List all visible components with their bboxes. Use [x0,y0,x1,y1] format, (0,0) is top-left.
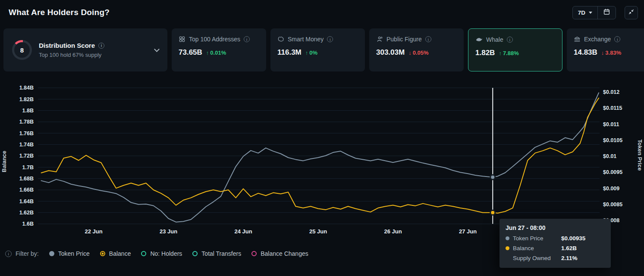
page-title: What Are Holders Doing? [9,8,110,17]
svg-text:1.64B: 1.64B [19,198,34,205]
svg-text:1.72B: 1.72B [19,153,34,159]
svg-text:1.66B: 1.66B [19,187,34,193]
stat-card-public-figure[interactable]: Public Figure 303.03M ↓0.05% [369,28,464,71]
change-arrow-icon: ↓ [408,50,412,56]
balance-changes-dot-icon [251,251,257,256]
svg-text:$0.0105: $0.0105 [603,137,622,143]
stat-value: 1.82B [475,49,495,57]
holder-metric-cards: 8 Distribution Score Top 100 hold 67% su… [3,28,644,71]
chart-tooltip: Jun 27 - 08:00 Token Price $0.00935 Bala… [499,219,611,268]
legend-token-price[interactable]: Token Price [49,250,90,257]
svg-text:1.8B: 1.8B [22,108,34,114]
stat-change: ↓3.83% [601,50,621,56]
svg-text:1.74B: 1.74B [19,142,34,148]
svg-text:22 Jun: 22 Jun [85,228,102,235]
stat-label: Top 100 Addresses [189,36,240,43]
stat-label: Smart Money [288,36,324,43]
range-dropdown-button[interactable]: 7D [573,6,597,19]
date-range-control: 7D [572,6,616,19]
stat-label: Exchange [584,36,611,43]
svg-text:$0.012: $0.012 [603,89,619,95]
distribution-title: Distribution Score [39,42,95,49]
collapse-arrows-icon [628,9,635,17]
legend-total-transfers[interactable]: Total Transfers [192,250,241,257]
svg-text:$0.0115: $0.0115 [603,105,622,111]
filter-label: Filter by: [16,250,39,257]
stat-label: Whale [486,36,503,43]
stat-card-smart-money[interactable]: Smart Money 116.3M ↑0% [270,28,365,71]
tooltip-row: Token Price $0.00935 [506,235,605,242]
distribution-text: Distribution Score Top 100 hold 67% supp… [39,42,155,58]
token-price-dot-icon [49,251,54,256]
holders-dot-icon [141,251,146,256]
svg-text:1.78B: 1.78B [19,119,34,125]
tooltip-row: Balance 1.62B [506,245,605,251]
info-icon[interactable] [425,36,431,42]
balance-dot-icon [506,246,509,250]
change-arrow-icon: ↑ [206,50,209,56]
score-gauge: 8 [12,40,32,60]
svg-text:1.76B: 1.76B [19,130,34,136]
svg-text:1.84B: 1.84B [19,85,34,91]
stat-change: ↑0.01% [206,50,226,56]
info-icon[interactable] [507,37,513,43]
svg-text:Token Price: Token Price [637,140,643,171]
info-icon[interactable] [5,251,12,257]
stat-value: 116.3M [277,48,302,57]
filter-bar: Filter by: Token Price Balance No: Holde… [5,250,308,257]
range-label: 7D [578,9,585,16]
legend-balance-changes[interactable]: Balance Changes [251,250,308,257]
svg-text:1.62B: 1.62B [19,210,34,216]
chevron-down-icon [589,12,592,14]
whale-icon [475,36,483,43]
stat-change: ↓0.05% [408,50,428,56]
distribution-subtitle: Top 100 hold 67% supply [39,52,155,58]
stat-card-top100[interactable]: Top 100 Addresses 73.65B ↑0.01% [172,28,266,71]
distribution-score-card[interactable]: 8 Distribution Score Top 100 hold 67% su… [3,28,167,71]
svg-text:1.6B: 1.6B [22,221,34,227]
info-icon[interactable] [327,36,333,42]
header-controls: 7D [572,6,638,19]
svg-text:23 Jun: 23 Jun [160,228,177,235]
svg-text:Balance: Balance [1,151,7,172]
stat-value: 73.65B [179,48,202,57]
change-arrow-icon: ↓ [601,50,604,56]
svg-text:1.68B: 1.68B [19,176,34,182]
tooltip-timestamp: Jun 27 - 08:00 [506,224,605,231]
svg-text:$0.01: $0.01 [603,153,616,159]
filter-caption: Filter by: [5,250,39,257]
tooltip-row: Supply Owned 2.11% [506,255,605,261]
score-value: 8 [14,42,30,58]
svg-text:27 Jun: 27 Jun [459,228,477,235]
svg-text:24 Jun: 24 Jun [234,228,252,235]
svg-text:1.7B: 1.7B [22,164,34,171]
change-arrow-icon: ↑ [305,50,308,56]
stat-card-whale[interactable]: Whale 1.82B ↑7.88% [468,28,562,71]
svg-text:25 Jun: 25 Jun [309,228,327,235]
stat-change: ↑7.88% [499,50,518,56]
balance-dot-icon [100,251,105,256]
svg-text:$0.009: $0.009 [603,186,619,192]
svg-text:$0.0085: $0.0085 [603,202,622,208]
transfers-dot-icon [192,251,198,256]
grid-icon [179,36,185,43]
chevron-down-icon[interactable] [154,47,160,52]
stat-value: 303.03M [376,48,405,57]
change-arrow-icon: ↑ [499,50,502,56]
stat-label: Public Figure [386,36,422,43]
legend-no-holders[interactable]: No: Holders [141,250,182,257]
info-icon[interactable] [614,36,620,42]
brain-icon [277,36,284,43]
svg-text:$0.011: $0.011 [603,121,619,127]
bank-icon [574,36,581,43]
info-icon[interactable] [244,36,250,42]
stat-card-exchange[interactable]: Exchange 14.83B ↓3.83% [567,28,644,71]
info-icon[interactable] [98,43,104,49]
svg-text:$0.0095: $0.0095 [603,169,622,175]
calendar-button[interactable] [597,6,616,19]
calendar-icon [603,8,610,17]
collapse-button[interactable] [625,6,638,19]
legend-balance[interactable]: Balance [100,250,131,257]
svg-text:1.82B: 1.82B [19,96,34,102]
stat-value: 14.83B [574,48,597,57]
